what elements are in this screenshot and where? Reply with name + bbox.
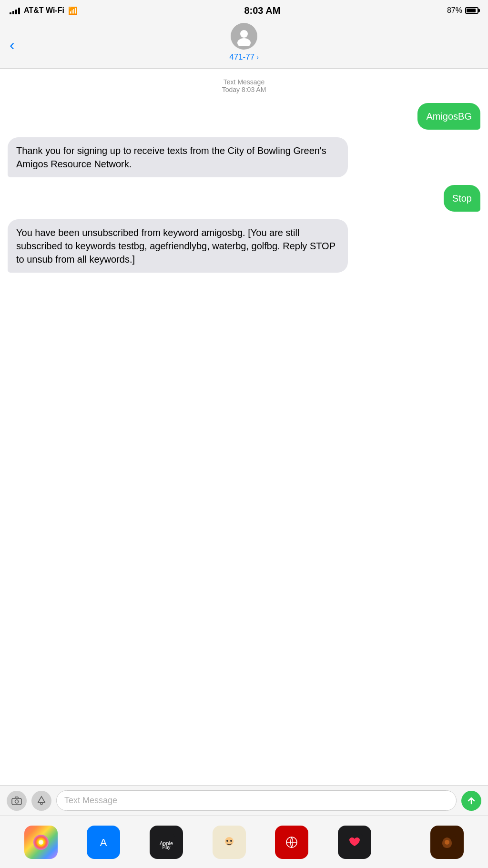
svg-point-14: [226, 840, 228, 842]
contact-name[interactable]: 471-77 ›: [229, 52, 259, 62]
timestamp-header: Text Message Today 8:03 AM: [8, 78, 480, 93]
message-bubble-sent-2: Stop: [444, 185, 480, 212]
message-time-label: Today 8:03 AM: [8, 86, 480, 93]
svg-point-20: [445, 840, 449, 845]
avatar: [231, 23, 257, 50]
messages-container: Text Message Today 8:03 AM AmigosBG Than…: [0, 69, 488, 763]
appstore-button[interactable]: [31, 791, 51, 811]
dock-item-browser[interactable]: [275, 826, 308, 859]
battery-icon: [465, 7, 478, 14]
nav-bar: ‹ 471-77 ›: [0, 21, 488, 69]
svg-rect-2: [12, 798, 21, 805]
status-time: 8:03 AM: [244, 5, 280, 16]
svg-point-3: [15, 800, 19, 803]
message-bubble-received-2: You have been unsubscribed from keyword …: [8, 219, 348, 273]
dock-item-last[interactable]: [430, 826, 464, 859]
svg-text:Pay: Pay: [162, 845, 170, 850]
chevron-right-icon: ›: [256, 53, 259, 61]
battery-percent: 87%: [447, 6, 462, 15]
camera-button[interactable]: [7, 791, 27, 811]
text-input[interactable]: Text Message: [56, 790, 457, 811]
input-area: Text Message: [0, 785, 488, 816]
svg-point-4: [41, 803, 42, 805]
text-input-placeholder: Text Message: [64, 796, 117, 806]
message-bubble-sent-1: AmigosBG: [417, 103, 480, 130]
svg-point-6: [39, 840, 43, 845]
message-row-sent-1: AmigosBG: [8, 103, 480, 130]
dock-item-memoji[interactable]: [213, 826, 246, 859]
status-bar: AT&T Wi-Fi 📶 8:03 AM 87%: [0, 0, 488, 21]
svg-text:A: A: [100, 837, 107, 848]
dock-divider: [401, 828, 401, 857]
message-type-label: Text Message: [8, 78, 480, 86]
svg-point-1: [237, 38, 251, 46]
contact-info: 471-77 ›: [229, 23, 259, 62]
dock-item-heart[interactable]: [338, 826, 371, 859]
dock-item-applepay[interactable]: Apple Pay: [150, 826, 183, 859]
message-row-received-2: You have been unsubscribed from keyword …: [8, 219, 480, 273]
dock: A Apple Pay: [0, 816, 488, 868]
carrier-label: AT&T Wi-Fi: [24, 6, 64, 15]
status-left: AT&T Wi-Fi 📶: [10, 6, 78, 15]
message-bubble-received-1: Thank you for signing up to receive text…: [8, 137, 348, 177]
dock-item-appstore[interactable]: A: [87, 826, 120, 859]
status-right: 87%: [447, 6, 478, 15]
back-button[interactable]: ‹: [10, 36, 15, 53]
svg-point-15: [230, 840, 232, 842]
signal-bars-icon: [10, 7, 20, 14]
wifi-icon: 📶: [68, 6, 78, 15]
dock-item-photos[interactable]: [24, 826, 58, 859]
message-row-sent-2: Stop: [8, 185, 480, 212]
message-row-received-1: Thank you for signing up to receive text…: [8, 137, 480, 177]
send-button[interactable]: [461, 791, 481, 811]
svg-point-0: [240, 30, 248, 38]
